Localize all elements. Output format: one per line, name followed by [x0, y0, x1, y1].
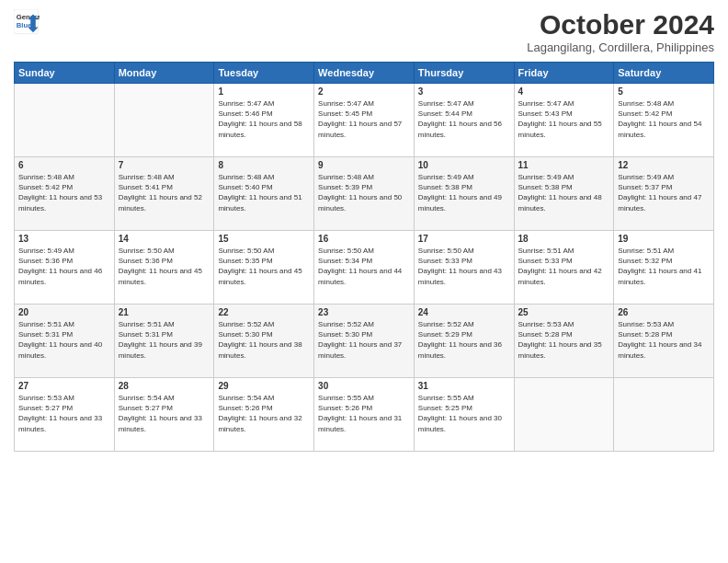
col-header-monday: Monday	[114, 63, 214, 84]
day-number: 14	[119, 234, 210, 244]
day-number: 3	[418, 86, 510, 97]
day-info: Sunrise: 5:48 AM Sunset: 5:42 PM Dayligh…	[618, 98, 710, 140]
day-number: 5	[618, 86, 710, 97]
day-info: Sunrise: 5:48 AM Sunset: 5:39 PM Dayligh…	[318, 172, 410, 213]
calendar-cell: 21Sunrise: 5:51 AM Sunset: 5:31 PM Dayli…	[114, 304, 214, 378]
calendar-cell	[15, 84, 115, 157]
day-info: Sunrise: 5:49 AM Sunset: 5:38 PM Dayligh…	[418, 172, 510, 213]
calendar-cell: 3Sunrise: 5:47 AM Sunset: 5:44 PM Daylig…	[414, 84, 514, 157]
calendar-cell: 18Sunrise: 5:51 AM Sunset: 5:33 PM Dayli…	[514, 231, 614, 304]
day-number: 10	[418, 160, 510, 170]
day-number: 7	[119, 160, 210, 170]
week-row-2: 6Sunrise: 5:48 AM Sunset: 5:42 PM Daylig…	[15, 157, 714, 231]
calendar-cell: 23Sunrise: 5:52 AM Sunset: 5:30 PM Dayli…	[314, 304, 415, 378]
calendar-cell: 11Sunrise: 5:49 AM Sunset: 5:38 PM Dayli…	[514, 157, 614, 231]
page: General Blue October 2024 Lagangilang, C…	[0, 0, 728, 563]
week-row-4: 20Sunrise: 5:51 AM Sunset: 5:31 PM Dayli…	[15, 304, 714, 378]
day-number: 9	[318, 160, 410, 170]
header: General Blue October 2024 Lagangilang, C…	[14, 9, 714, 54]
day-info: Sunrise: 5:50 AM Sunset: 5:34 PM Dayligh…	[318, 246, 410, 287]
day-info: Sunrise: 5:49 AM Sunset: 5:38 PM Dayligh…	[518, 172, 610, 213]
day-number: 1	[218, 86, 310, 97]
day-info: Sunrise: 5:53 AM Sunset: 5:28 PM Dayligh…	[518, 319, 610, 361]
calendar-cell	[514, 378, 614, 452]
day-info: Sunrise: 5:50 AM Sunset: 5:36 PM Dayligh…	[119, 246, 210, 287]
col-header-wednesday: Wednesday	[314, 63, 415, 84]
day-info: Sunrise: 5:52 AM Sunset: 5:29 PM Dayligh…	[418, 319, 510, 361]
day-info: Sunrise: 5:50 AM Sunset: 5:33 PM Dayligh…	[418, 246, 510, 287]
svg-text:General: General	[17, 13, 40, 21]
calendar-cell	[614, 378, 714, 452]
week-row-3: 13Sunrise: 5:49 AM Sunset: 5:36 PM Dayli…	[15, 231, 714, 304]
col-header-sunday: Sunday	[15, 63, 115, 84]
calendar-cell: 17Sunrise: 5:50 AM Sunset: 5:33 PM Dayli…	[414, 231, 514, 304]
day-info: Sunrise: 5:55 AM Sunset: 5:26 PM Dayligh…	[318, 393, 410, 434]
calendar-cell: 4Sunrise: 5:47 AM Sunset: 5:43 PM Daylig…	[514, 84, 614, 157]
calendar-cell: 20Sunrise: 5:51 AM Sunset: 5:31 PM Dayli…	[15, 304, 115, 378]
day-number: 4	[518, 86, 610, 97]
day-info: Sunrise: 5:54 AM Sunset: 5:27 PM Dayligh…	[119, 393, 210, 434]
calendar-cell: 8Sunrise: 5:48 AM Sunset: 5:40 PM Daylig…	[214, 157, 314, 231]
col-header-saturday: Saturday	[614, 63, 714, 84]
day-info: Sunrise: 5:55 AM Sunset: 5:25 PM Dayligh…	[418, 393, 510, 434]
calendar-cell: 7Sunrise: 5:48 AM Sunset: 5:41 PM Daylig…	[114, 157, 214, 231]
month-title: October 2024	[527, 9, 714, 40]
day-info: Sunrise: 5:48 AM Sunset: 5:42 PM Dayligh…	[18, 172, 110, 213]
day-info: Sunrise: 5:52 AM Sunset: 5:30 PM Dayligh…	[318, 319, 410, 361]
calendar-cell: 30Sunrise: 5:55 AM Sunset: 5:26 PM Dayli…	[314, 378, 415, 452]
calendar-cell: 15Sunrise: 5:50 AM Sunset: 5:35 PM Dayli…	[214, 231, 314, 304]
subtitle: Lagangilang, Cordillera, Philippines	[527, 40, 714, 54]
day-number: 26	[618, 307, 710, 317]
calendar-cell: 19Sunrise: 5:51 AM Sunset: 5:32 PM Dayli…	[614, 231, 714, 304]
day-info: Sunrise: 5:51 AM Sunset: 5:31 PM Dayligh…	[119, 319, 210, 361]
day-info: Sunrise: 5:54 AM Sunset: 5:26 PM Dayligh…	[218, 393, 310, 434]
logo-icon: General Blue	[14, 9, 40, 35]
calendar-cell: 10Sunrise: 5:49 AM Sunset: 5:38 PM Dayli…	[414, 157, 514, 231]
calendar-cell: 31Sunrise: 5:55 AM Sunset: 5:25 PM Dayli…	[414, 378, 514, 452]
day-number: 19	[618, 234, 710, 244]
calendar-cell: 28Sunrise: 5:54 AM Sunset: 5:27 PM Dayli…	[114, 378, 214, 452]
title-block: October 2024 Lagangilang, Cordillera, Ph…	[527, 9, 714, 54]
day-number: 22	[218, 307, 310, 317]
calendar-cell: 16Sunrise: 5:50 AM Sunset: 5:34 PM Dayli…	[314, 231, 415, 304]
day-number: 13	[18, 234, 110, 244]
calendar-cell: 1Sunrise: 5:47 AM Sunset: 5:46 PM Daylig…	[214, 84, 314, 157]
day-info: Sunrise: 5:49 AM Sunset: 5:37 PM Dayligh…	[618, 172, 710, 213]
day-number: 8	[218, 160, 310, 170]
calendar-cell: 2Sunrise: 5:47 AM Sunset: 5:45 PM Daylig…	[314, 84, 415, 157]
day-number: 18	[518, 234, 610, 244]
day-info: Sunrise: 5:47 AM Sunset: 5:46 PM Dayligh…	[218, 98, 310, 140]
logo: General Blue	[14, 9, 40, 35]
day-number: 25	[518, 307, 610, 317]
day-number: 16	[318, 234, 410, 244]
day-number: 27	[18, 381, 110, 391]
calendar-cell: 29Sunrise: 5:54 AM Sunset: 5:26 PM Dayli…	[214, 378, 314, 452]
day-info: Sunrise: 5:49 AM Sunset: 5:36 PM Dayligh…	[18, 246, 110, 287]
calendar-cell: 27Sunrise: 5:53 AM Sunset: 5:27 PM Dayli…	[15, 378, 115, 452]
day-info: Sunrise: 5:53 AM Sunset: 5:27 PM Dayligh…	[18, 393, 110, 434]
day-info: Sunrise: 5:51 AM Sunset: 5:31 PM Dayligh…	[18, 319, 110, 361]
day-number: 15	[218, 234, 310, 244]
day-number: 6	[18, 160, 110, 170]
col-header-thursday: Thursday	[414, 63, 514, 84]
col-header-friday: Friday	[514, 63, 614, 84]
day-number: 29	[218, 381, 310, 391]
day-info: Sunrise: 5:53 AM Sunset: 5:28 PM Dayligh…	[618, 319, 710, 361]
calendar-cell: 26Sunrise: 5:53 AM Sunset: 5:28 PM Dayli…	[614, 304, 714, 378]
day-number: 12	[618, 160, 710, 170]
calendar-cell: 6Sunrise: 5:48 AM Sunset: 5:42 PM Daylig…	[15, 157, 115, 231]
calendar-cell: 14Sunrise: 5:50 AM Sunset: 5:36 PM Dayli…	[114, 231, 214, 304]
calendar-cell: 5Sunrise: 5:48 AM Sunset: 5:42 PM Daylig…	[614, 84, 714, 157]
day-info: Sunrise: 5:51 AM Sunset: 5:32 PM Dayligh…	[618, 246, 710, 287]
day-info: Sunrise: 5:52 AM Sunset: 5:30 PM Dayligh…	[218, 319, 310, 361]
day-number: 24	[418, 307, 510, 317]
calendar-cell	[114, 84, 214, 157]
calendar-cell: 24Sunrise: 5:52 AM Sunset: 5:29 PM Dayli…	[414, 304, 514, 378]
calendar-table: SundayMondayTuesdayWednesdayThursdayFrid…	[14, 62, 714, 452]
week-row-1: 1Sunrise: 5:47 AM Sunset: 5:46 PM Daylig…	[15, 84, 714, 157]
day-number: 21	[119, 307, 210, 317]
day-info: Sunrise: 5:48 AM Sunset: 5:40 PM Dayligh…	[218, 172, 310, 213]
calendar-cell: 13Sunrise: 5:49 AM Sunset: 5:36 PM Dayli…	[15, 231, 115, 304]
day-number: 30	[318, 381, 410, 391]
day-number: 28	[119, 381, 210, 391]
